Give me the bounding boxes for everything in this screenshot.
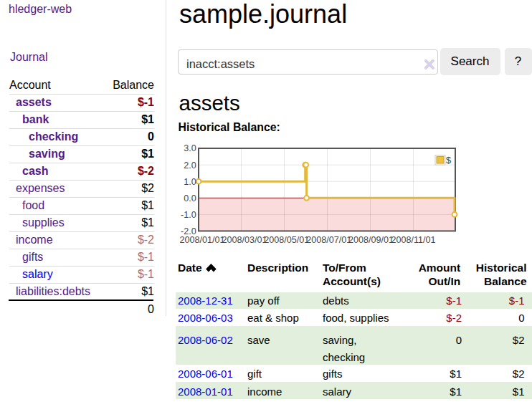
svg-text:2008/05/01: 2008/05/01 (264, 235, 309, 245)
svg-text:$: $ (446, 155, 452, 166)
svg-text:3.0: 3.0 (184, 143, 196, 153)
svg-text:1.0: 1.0 (184, 177, 196, 187)
svg-text:2.0: 2.0 (184, 160, 196, 171)
svg-text:-1.0: -1.0 (181, 210, 196, 220)
svg-text:0.0: 0.0 (184, 193, 196, 203)
svg-text:2008/01/01: 2008/01/01 (179, 235, 224, 245)
svg-text:2008/03/01: 2008/03/01 (222, 235, 267, 245)
svg-text:2008/07/01: 2008/07/01 (306, 235, 351, 245)
svg-text:2008/09/01: 2008/09/01 (348, 235, 394, 245)
svg-text:2008/11/01: 2008/11/01 (391, 235, 435, 245)
